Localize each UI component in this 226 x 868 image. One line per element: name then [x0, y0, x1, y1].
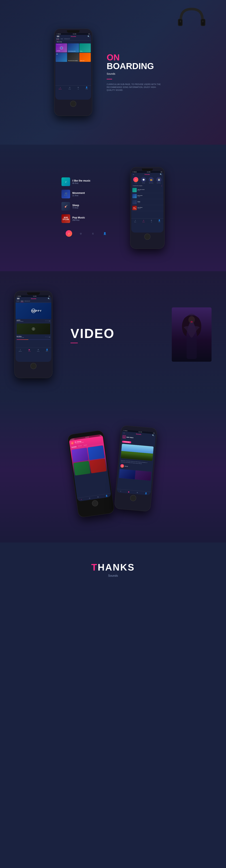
play-btn-2[interactable]: ▶	[32, 328, 35, 330]
section-video: ••• VIRGIN 4:21 PM 33% Sounds 🔍	[0, 271, 226, 398]
nav-icon-browse[interactable]: ☺	[77, 230, 84, 237]
playlist-grid	[70, 444, 108, 477]
phone2-song-4[interactable]: BOBDYLAN Pop Music 268 first	[131, 205, 163, 211]
tab-broadcast[interactable]: BROADCAST	[64, 38, 70, 40]
phone2-home-button[interactable]	[144, 234, 151, 240]
left-nav-icon-3[interactable]: ≡	[97, 496, 99, 498]
music-card-1[interactable]: Full effort Popular classics 👤	[56, 43, 67, 53]
playlist-card-4[interactable]	[90, 459, 107, 473]
right-nav-icon-2[interactable]: ▶	[128, 491, 130, 493]
phone2-search-icon[interactable]: 🔍	[160, 174, 162, 176]
phone2-nav-list[interactable]: ≡ List	[151, 219, 152, 222]
phone2-song-2[interactable]: Movement 21 first	[131, 193, 163, 199]
time-display: 4:21 PM	[73, 33, 76, 35]
nav-icon-music[interactable]: ♪	[66, 230, 72, 237]
video-nav-video[interactable]: ▶ Sounds	[28, 349, 31, 352]
right-search-icon[interactable]: 🔍	[152, 434, 154, 437]
nav-list[interactable]: ≡ List	[78, 87, 79, 90]
music-card-6[interactable]: Sweet Love	[79, 53, 91, 62]
share-icon-2[interactable]: ↑	[47, 336, 48, 338]
phone2-bottom-nav: ♪ Music ♫ Browse ≡ List 👤	[131, 218, 163, 223]
video-search-icon[interactable]: 🔍	[48, 298, 50, 300]
phone2-songinfo-4: Pop Music 268 first	[137, 207, 162, 209]
cat-broadcast[interactable]: 📻 My broadcast	[149, 177, 154, 183]
nav-browse[interactable]: ☺ Browse	[68, 87, 71, 90]
song-count-2: 21 first	[72, 194, 85, 196]
right-nav-icon-3[interactable]: ≡	[137, 492, 138, 494]
music-card-2[interactable]: After listening to this	[67, 43, 79, 53]
song-thumb-2: 🎵	[62, 190, 70, 198]
phone2-songinfo-2: Movement 21 first	[137, 195, 162, 197]
home-button[interactable]	[70, 101, 76, 107]
song-item-3[interactable]: 🎸 Sleep 73 first	[62, 200, 112, 213]
song-thumb-1: ♪	[62, 177, 70, 186]
tab-music[interactable]: MUSIC	[56, 38, 59, 40]
on-label: ON	[107, 53, 164, 62]
video-tab-music[interactable]: MUSIC	[17, 301, 20, 302]
playlist-card-3[interactable]	[73, 461, 91, 475]
like-icon[interactable]: ♡	[45, 320, 46, 322]
right-nav-icon-4[interactable]: 👤	[145, 492, 147, 494]
nav-icon-playlist[interactable]: ♫	[90, 230, 96, 237]
music-card-3[interactable]: Folk p...	[79, 43, 91, 53]
more-icon-2[interactable]: •••	[49, 336, 50, 338]
right-phone-home[interactable]	[130, 495, 136, 501]
phone2-nav-music[interactable]: ♪ Music	[134, 219, 136, 222]
nav-icon-user[interactable]: 👤	[101, 230, 108, 237]
more-icon[interactable]: •••	[49, 320, 50, 322]
right-video-thumb[interactable]	[121, 443, 154, 461]
phone2-nav-browse[interactable]: ♫ Browse	[142, 219, 144, 222]
thanks-t-letter: T	[91, 562, 98, 572]
song-item-2[interactable]: 🎵 Movement 21 first	[62, 188, 112, 200]
mini-video-icon: ▶	[122, 435, 126, 439]
video-artist-2: The Brothers Four	[17, 337, 24, 338]
video-phone: ••• VIRGIN 4:21 PM 33% Sounds 🔍	[14, 291, 53, 378]
share-icon[interactable]: ↑	[47, 320, 48, 322]
video-thumb-2[interactable]: ▶	[17, 323, 50, 334]
video-menu-icon[interactable]	[17, 298, 20, 300]
playlist-card-2[interactable]	[88, 445, 105, 460]
left-nav-browse[interactable]: Browse	[78, 445, 82, 447]
nav-profile[interactable]: 👤 Profile	[86, 87, 88, 90]
phone2-song-3[interactable]: Sleep 73 first	[131, 199, 163, 205]
video-tab-video[interactable]: VIDEO	[21, 301, 24, 302]
playlist-card-1[interactable]	[71, 447, 89, 462]
video-nav-profile[interactable]: 👤 My List	[46, 349, 48, 352]
right-nav-icon-1[interactable]: ♪	[120, 490, 121, 492]
video-hero[interactable]: ▶ HAPPY	[15, 303, 51, 319]
video-app-header: Sounds 🔍	[15, 297, 51, 300]
video-phone-home[interactable]	[30, 363, 36, 369]
search-icon[interactable]: 🔍	[88, 35, 90, 37]
left-battery: 33%	[100, 435, 102, 436]
left-nav-icon-4[interactable]: 👤	[105, 495, 107, 497]
phone2-songcount-3: 73 first	[137, 202, 162, 203]
menu-icon[interactable]	[57, 36, 59, 37]
video-nav-list[interactable]: ≡ Browse	[37, 349, 39, 352]
left-nav-icon-2[interactable]: ☺	[89, 497, 91, 499]
left-nav-playlist[interactable]: My playlist	[71, 446, 77, 448]
left-nav-icon-1[interactable]: ♪	[80, 498, 82, 500]
left-nav-search[interactable]: Search	[84, 444, 87, 446]
tab-video[interactable]: VIDEO	[60, 38, 63, 40]
phone2-songcount-1: 66 first	[137, 190, 162, 191]
cat-collection[interactable]: 💾 My collection	[156, 177, 161, 183]
full-page: ••• VIRGIN 4:21 PM 33% Sounds 🔍	[0, 0, 226, 597]
left-phone-home[interactable]	[92, 500, 98, 507]
video-heading: VIDEO	[70, 326, 154, 341]
music-card-5[interactable]: Why will out the moonlight	[67, 53, 79, 62]
song-item-4[interactable]: BOBDYLAN Pop Music 268 first	[62, 213, 112, 225]
song-list-panel: ♪ I like the music 66 first 🎵 Movement 2…	[62, 176, 112, 240]
video-title: HAPPY	[31, 309, 42, 312]
song-item-1[interactable]: ♪ I like the music 66 first	[62, 176, 112, 188]
video-nav-music[interactable]: ♪ My Music	[19, 349, 22, 352]
music-card-4[interactable]: MV	[56, 53, 67, 62]
video-tab-broadcast[interactable]: BROADCAST	[25, 301, 30, 302]
phone2-nav-profile[interactable]: 👤 Profile	[158, 219, 160, 222]
cat-recently[interactable]: 🕐 Recently	[141, 177, 146, 183]
cat-got-first[interactable]: ♪ Got First	[133, 177, 138, 183]
phone2-song-1[interactable]: I like the music 66 first	[131, 187, 163, 193]
nav-my-music[interactable]: ♪ My Music	[59, 87, 62, 90]
back-icon[interactable]: ←	[133, 174, 134, 176]
broadcast-phone-right: ••• VIRGIN 6:21 PM 33% ← Sounds 🔍 ▶ MINI…	[114, 425, 158, 512]
like-icon-2[interactable]: ♡	[45, 336, 46, 338]
